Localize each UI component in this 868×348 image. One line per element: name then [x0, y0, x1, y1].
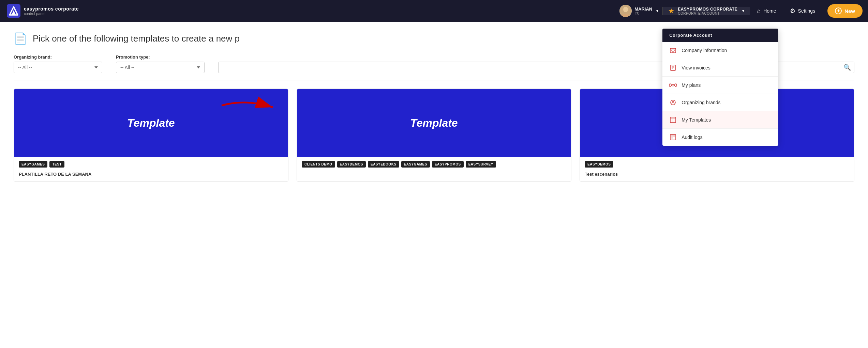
dropdown-item-organizing-brands[interactable]: Organizing brands — [662, 94, 778, 111]
new-plus-icon: + — [835, 7, 842, 14]
template-tags-2: CLIENTS DEMO EASYDEMOS EASYEBOOKS EASYGA… — [297, 157, 571, 170]
template-card-1[interactable]: Template EASYGAMES TEST PLANTILLA RETO D… — [14, 89, 288, 182]
tag-clients-demo: CLIENTS DEMO — [302, 161, 335, 168]
account-star-icon: ★ — [668, 7, 674, 15]
tag-test-1: TEST — [49, 161, 64, 168]
logs-icon — [669, 133, 677, 141]
template-icon — [669, 116, 677, 124]
brand-filter-group: Organizing brand: -- All -- — [14, 54, 102, 73]
svg-point-4 — [623, 7, 628, 12]
svg-rect-7 — [671, 50, 672, 51]
user-name: MARIAN — [634, 6, 652, 12]
svg-point-16 — [672, 101, 674, 102]
tag-easydemos-3: EASYDEMOS — [585, 161, 613, 168]
nav-settings[interactable]: ⚙ Settings — [783, 0, 822, 22]
logo-icon — [7, 4, 20, 18]
gear-icon: ⚙ — [790, 7, 795, 15]
account-type: CORPORATE ACCOUNT — [678, 12, 737, 15]
dropdown-section-label: Corporate Account — [662, 29, 778, 42]
user-dropdown[interactable]: MARIAN #3 ▾ — [615, 0, 662, 22]
dropdown-item-my-templates[interactable]: My Templates — [662, 111, 778, 129]
page-title-icon: 📄 — [14, 32, 27, 45]
new-button[interactable]: + New — [827, 4, 863, 18]
infinity-icon — [669, 81, 677, 89]
template-preview-text-2: Template — [410, 117, 458, 129]
logo: easypromos corporate control panel — [0, 4, 86, 18]
brands-icon — [669, 99, 677, 106]
nav-settings-label: Settings — [798, 8, 815, 14]
type-filter-group: Promotion type: -- All -- — [116, 54, 205, 73]
new-button-label: New — [844, 8, 855, 14]
company-information-label: Company information — [682, 48, 727, 53]
template-name-1: PLANTILLA RETO DE LA SEMANA — [14, 170, 288, 181]
template-tags-1: EASYGAMES TEST — [14, 157, 288, 170]
account-selector[interactable]: ★ EASYPROMOS CORPORATE CORPORATE ACCOUNT… — [662, 7, 750, 15]
tag-easypromos: EASYPROMOS — [432, 161, 464, 168]
account-name: EASYPROMOS CORPORATE — [678, 7, 737, 12]
brand-filter-select[interactable]: -- All -- — [14, 62, 102, 73]
avatar — [619, 5, 632, 17]
page-title: Pick one of the following templates to c… — [33, 33, 240, 44]
type-filter-select[interactable]: -- All -- — [116, 62, 205, 73]
my-plans-label: My plans — [682, 82, 701, 88]
svg-rect-20 — [670, 135, 676, 140]
template-preview-1: Template — [14, 89, 288, 157]
dropdown-item-audit-logs[interactable]: Audit logs — [662, 129, 778, 146]
audit-logs-label: Audit logs — [682, 135, 702, 140]
template-preview-text-1: Template — [127, 117, 175, 129]
dropdown-item-view-invoices[interactable]: View invoices — [662, 59, 778, 77]
template-name-2 — [297, 170, 571, 176]
dropdown-item-my-plans[interactable]: My plans — [662, 77, 778, 94]
invoice-icon — [669, 64, 677, 72]
logo-sub: control panel — [24, 12, 79, 16]
tag-easygames-1: EASYGAMES — [19, 161, 47, 168]
nav-home-label: Home — [763, 8, 776, 14]
organizing-brands-label: Organizing brands — [682, 100, 720, 105]
account-dropdown-area: ★ EASYPROMOS CORPORATE CORPORATE ACCOUNT… — [662, 7, 750, 15]
user-num: #3 — [634, 12, 652, 16]
home-icon: ⌂ — [757, 7, 761, 15]
building-icon — [669, 47, 677, 54]
tag-easydemos: EASYDEMOS — [337, 161, 366, 168]
nav-home[interactable]: ⌂ Home — [750, 0, 783, 22]
template-name-3: Test escenarios — [580, 170, 854, 181]
tag-easysurvey: EASYSURVEY — [466, 161, 496, 168]
tag-easyebooks: EASYEBOOKS — [368, 161, 399, 168]
search-button[interactable]: 🔍 — [843, 64, 851, 71]
dropdown-item-company-information[interactable]: Company information — [662, 42, 778, 59]
template-tags-3: EASYDEMOS — [580, 157, 854, 170]
account-dropdown-menu: Corporate Account Company information — [662, 29, 778, 146]
main-nav: ⌂ Home ⚙ Settings — [750, 0, 822, 22]
brand-filter-label: Organizing brand: — [14, 54, 102, 60]
account-chevron: ▾ — [742, 9, 744, 13]
template-card-2[interactable]: Template CLIENTS DEMO EASYDEMOS EASYEBOO… — [297, 89, 571, 182]
template-preview-2: Template — [297, 89, 571, 157]
header: easypromos corporate control panel MARIA… — [0, 0, 868, 22]
tag-easygames: EASYGAMES — [401, 161, 430, 168]
svg-rect-8 — [674, 50, 675, 51]
svg-rect-9 — [673, 51, 674, 52]
type-filter-label: Promotion type: — [116, 54, 205, 60]
user-chevron: ▾ — [656, 9, 658, 13]
my-templates-label: My Templates — [682, 117, 711, 123]
logo-brand: easypromos corporate — [24, 6, 79, 12]
view-invoices-label: View invoices — [682, 65, 710, 70]
